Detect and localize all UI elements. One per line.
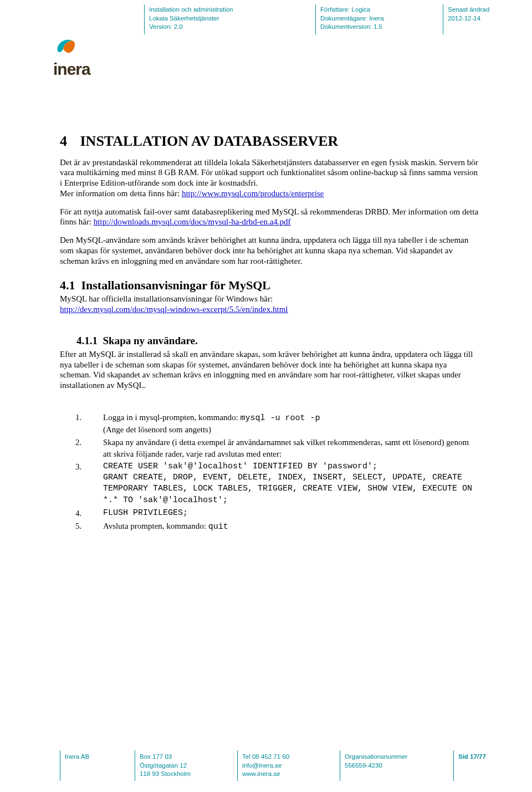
section-title: INSTALLATION AV DATABASSERVER	[80, 133, 339, 149]
windows-install-link[interactable]: http://dev.mysql.com/doc/mysql-windows-e…	[60, 305, 288, 314]
section-4-1-heading: 4.1 Installationsanvisningar för MySQL	[60, 278, 479, 293]
step-body: Logga in i mysql-prompten, kommando: mys…	[103, 412, 479, 436]
footer-line: 556559-4230	[345, 762, 450, 770]
step-body: Avsluta prompten, kommando: quit	[103, 520, 479, 533]
code-block: CREATE USER 'sak'@'localhost' IDENTIFIED…	[103, 461, 479, 506]
footer: Inera AB Box 177 03 Östgötagatan 12 118 …	[60, 750, 515, 781]
footer-line: www.inera.se	[242, 770, 336, 779]
step-2: 2. Skapa ny användare (i detta exempel ä…	[75, 437, 479, 459]
section-4-para-1: Det är av prestandaskäl rekommenderat at…	[60, 157, 479, 199]
section-title: Skapa ny användare.	[103, 335, 198, 346]
section-title: Installationsanvisningar för MySQL	[81, 278, 270, 292]
footer-line: Tel 08 452 71 60	[242, 753, 336, 762]
drbd-link[interactable]: http://downloads.mysql.com/docs/mysql-ha…	[94, 217, 291, 226]
footer-line: Inera AB	[65, 753, 131, 762]
steps-list: 1. Logga in i mysql-prompten, kommando: …	[60, 412, 479, 533]
step-5: 5. Avsluta prompten, kommando: quit	[75, 520, 479, 533]
header-col-1: Installation och administration Lokala S…	[144, 4, 274, 34]
header-line: Dokumentversion: 1.5	[320, 23, 431, 32]
header-line: Installation och administration	[149, 6, 270, 14]
header-line: 2012-12-14	[448, 14, 511, 23]
footer-line: Box 177 03	[140, 753, 234, 762]
header-line: Dokumentägare: Inera	[320, 14, 431, 23]
logo: inera	[53, 34, 90, 79]
section-4-1-1-text: Efter att MySQL är installerad så skall …	[60, 349, 479, 391]
inera-logo-icon	[53, 34, 79, 60]
step-4: 4. FLUSH PRIVILEGES;	[75, 508, 479, 519]
section-number: 4.1	[60, 278, 75, 292]
code: quit	[208, 522, 228, 532]
step-number: 4.	[75, 508, 103, 519]
section-number: 4.1.1	[76, 335, 98, 346]
header-line: Lokala Säkerhetstjänster	[149, 14, 270, 23]
footer-line: 118 93 Stockholm	[140, 770, 234, 779]
section-number: 4	[60, 133, 76, 150]
header-col-2: Författare: Logica Dokumentägare: Inera …	[315, 4, 435, 34]
header-line: Författare: Logica	[320, 6, 431, 14]
step-3: 3. CREATE USER 'sak'@'localhost' IDENTIF…	[75, 461, 479, 506]
step-1: 1. Logga in i mysql-prompten, kommando: …	[75, 412, 479, 436]
enterprise-link[interactable]: http://www.mysql.com/products/enterprise	[182, 189, 324, 198]
code: mysql -u root -p	[240, 413, 320, 423]
footer-col-2: Box 177 03 Östgötagatan 12 118 93 Stockh…	[135, 750, 237, 781]
section-4-heading: 4 INSTALLATION AV DATABASSERVER	[60, 133, 479, 150]
footer-col-4: Organisationsnummer 556559-4230	[340, 750, 453, 781]
header: Installation och administration Lokala S…	[0, 0, 532, 34]
step-number: 5.	[75, 520, 103, 533]
code: FLUSH PRIVILEGES;	[103, 508, 479, 519]
section-4-para-2: För att nyttja automatisk fail-over samt…	[60, 207, 479, 228]
step-number: 1.	[75, 412, 103, 436]
document-page: Installation och administration Lokala S…	[0, 0, 532, 792]
footer-line: Sid 17/77	[458, 753, 503, 762]
section-4-para-3: Den MySQL-användare som används kräver b…	[60, 235, 479, 266]
step-number: 3.	[75, 461, 103, 506]
footer-line: Organisationsnummer	[345, 753, 450, 762]
logo-text: inera	[53, 60, 90, 79]
section-4-1-1-heading: 4.1.1 Skapa ny användare.	[76, 335, 479, 347]
step-body: Skapa ny användare (i detta exempel är a…	[103, 437, 479, 459]
section-4-1-text: MySQL har officiella installationsanvisn…	[60, 294, 479, 315]
footer-col-5: Sid 17/77	[453, 750, 506, 781]
header-line: Version: 2.0	[149, 23, 270, 32]
header-line: Senast ändrad	[448, 6, 511, 14]
footer-line: Östgötagatan 12	[140, 762, 234, 770]
step-number: 2.	[75, 437, 103, 459]
header-col-3: Senast ändrad 2012-12-14	[443, 4, 515, 34]
footer-col-1: Inera AB	[60, 750, 135, 781]
footer-line: info@inera.se	[242, 762, 336, 770]
main-content: 4 INSTALLATION AV DATABASSERVER Det är a…	[0, 34, 532, 533]
footer-col-3: Tel 08 452 71 60 info@inera.se www.inera…	[237, 750, 340, 781]
